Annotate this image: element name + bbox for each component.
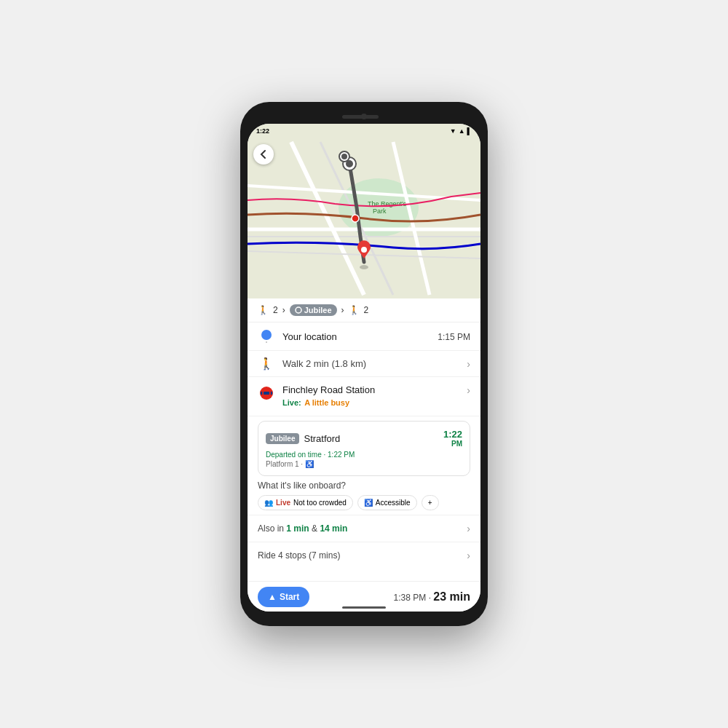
route-arrow-1: › bbox=[282, 305, 285, 315]
phone-frame: 1:22 ▼ ▲ ▌ The Regent's Park bbox=[240, 102, 488, 626]
map-area: The Regent's Park bbox=[248, 138, 480, 298]
start-label: Start bbox=[280, 592, 299, 602]
jubilee-pill: Jubilee bbox=[266, 433, 299, 444]
also-row[interactable]: Also in 1 min & 14 min › bbox=[248, 515, 480, 542]
live-label: Live: bbox=[282, 398, 301, 407]
status-time: 1:22 bbox=[256, 127, 269, 135]
start-button[interactable]: ▲ Start bbox=[258, 587, 309, 607]
home-indicator bbox=[342, 606, 386, 609]
also-separator: & bbox=[309, 523, 320, 534]
station-status: A little busy bbox=[304, 398, 349, 407]
walk-person-icon: 🚶 bbox=[259, 357, 274, 371]
phone-screen: 1:22 ▼ ▲ ▌ The Regent's Park bbox=[248, 124, 480, 612]
jubilee-badge: Jubilee bbox=[290, 304, 337, 316]
crowd-icon: 👥 bbox=[264, 499, 273, 507]
speaker bbox=[342, 115, 379, 119]
chip-crowd-text: Not too crowded bbox=[293, 499, 347, 507]
train-header: Jubilee Stratford 1:22 PM bbox=[266, 429, 462, 448]
walk-label: Walk 2 min (1.8 km) bbox=[282, 358, 459, 369]
svg-point-17 bbox=[352, 215, 359, 222]
station-name: Finchley Road Station bbox=[282, 384, 459, 395]
timeline-line-1 bbox=[266, 341, 267, 343]
finchley-station-row[interactable]: Finchley Road Station Live: A little bus… bbox=[248, 377, 480, 416]
svg-point-15 bbox=[360, 265, 368, 269]
signal-icon: ▲ bbox=[459, 127, 465, 135]
also-time2: 14 min bbox=[320, 523, 347, 534]
location-time-text: 1:15 PM bbox=[438, 332, 470, 342]
content-area[interactable]: Your location 1:15 PM 🚶 Walk 2 min (1.8 … bbox=[248, 323, 480, 579]
platform-text: Platform 1 · ♿ bbox=[266, 460, 462, 468]
train-time-hour: 1:22 bbox=[443, 429, 462, 440]
walk-icon-start: 🚶 bbox=[258, 305, 269, 315]
ride-row[interactable]: Ride 4 stops (7 mins) › bbox=[248, 542, 480, 569]
walk-icon-end: 🚶 bbox=[349, 305, 360, 315]
wifi-icon: ▼ bbox=[450, 127, 456, 135]
phone-notch bbox=[248, 109, 480, 124]
station-content: Finchley Road Station Live: A little bus… bbox=[282, 384, 459, 408]
walk-count-start: 2 bbox=[273, 305, 278, 315]
back-button[interactable] bbox=[253, 144, 274, 165]
ride-chevron: › bbox=[467, 550, 470, 561]
arrival-time: 1:38 PM · bbox=[394, 593, 434, 603]
walk-row[interactable]: 🚶 Walk 2 min (1.8 km) › bbox=[248, 351, 480, 377]
also-prefix: Also in bbox=[258, 523, 286, 534]
onboard-section: What it's like onboard? 👥 Live Not too c… bbox=[258, 480, 470, 510]
jubilee-label: Jubilee bbox=[304, 306, 332, 314]
accessible-chip-text: Accessible bbox=[376, 499, 411, 507]
live-crowd-chip[interactable]: 👥 Live Not too crowded bbox=[258, 495, 353, 510]
train-route: Jubilee Stratford bbox=[266, 433, 340, 444]
chip-live-label: Live bbox=[276, 499, 290, 507]
route-summary: 🚶 2 › Jubilee › 🚶 2 bbox=[248, 298, 480, 323]
walk-chevron: › bbox=[467, 358, 470, 370]
station-live: Live: A little busy bbox=[282, 395, 459, 408]
location-dot bbox=[261, 330, 272, 340]
departed-text: Departed on time · 1:22 PM bbox=[266, 451, 462, 459]
more-chip[interactable]: + bbox=[422, 495, 439, 510]
status-icons: ▼ ▲ ▌ bbox=[450, 127, 472, 135]
accessible-chip[interactable]: ♿ Accessible bbox=[357, 495, 417, 510]
bottom-time-info: 1:38 PM · 23 min bbox=[394, 590, 470, 604]
also-chevron: › bbox=[467, 523, 470, 534]
tfl-station-icon bbox=[259, 386, 274, 400]
also-time1: 1 min bbox=[286, 523, 309, 534]
station-icon-col bbox=[258, 384, 275, 400]
more-chip-icon: + bbox=[428, 499, 432, 507]
accessible-chip-icon: ♿ bbox=[364, 499, 373, 507]
train-card: Jubilee Stratford 1:22 PM Departed on ti… bbox=[258, 421, 470, 476]
location-time: 1:15 PM bbox=[438, 330, 470, 343]
onboard-chips: 👥 Live Not too crowded ♿ Accessible + bbox=[258, 495, 470, 510]
location-title: Your location bbox=[282, 331, 337, 342]
svg-text:Park: Park bbox=[373, 207, 387, 215]
station-chevron: › bbox=[467, 384, 470, 396]
platform-label: Platform 1 · bbox=[266, 460, 303, 468]
status-bar: 1:22 ▼ ▲ ▌ bbox=[248, 124, 480, 138]
train-time-period: PM bbox=[443, 440, 462, 448]
battery-icon: ▌ bbox=[467, 127, 472, 135]
start-nav-icon: ▲ bbox=[268, 592, 277, 602]
walk-count-end: 2 bbox=[364, 305, 369, 315]
route-arrow-2: › bbox=[341, 305, 344, 315]
location-icon-col bbox=[258, 330, 275, 343]
walk-icon-col: 🚶 bbox=[258, 357, 275, 371]
train-time-col: 1:22 PM bbox=[443, 429, 462, 448]
accessible-icon: ♿ bbox=[305, 460, 314, 468]
ride-text: Ride 4 stops (7 mins) bbox=[258, 550, 467, 561]
train-destination: Stratford bbox=[304, 433, 340, 444]
duration: 23 min bbox=[433, 590, 470, 603]
svg-point-16 bbox=[361, 247, 367, 253]
svg-point-19 bbox=[296, 307, 301, 313]
also-text: Also in 1 min & 14 min bbox=[258, 523, 467, 534]
svg-point-14 bbox=[341, 154, 347, 159]
onboard-question: What it's like onboard? bbox=[258, 480, 470, 491]
location-content: Your location bbox=[282, 330, 430, 343]
your-location-row: Your location 1:15 PM bbox=[248, 323, 480, 351]
